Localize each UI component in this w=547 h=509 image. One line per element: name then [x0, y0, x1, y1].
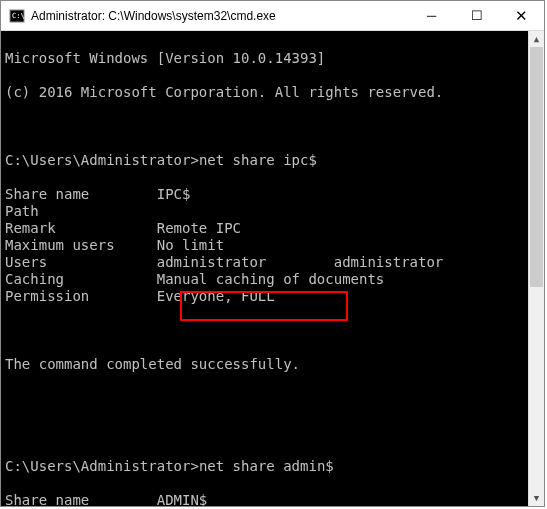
row-label: Remark: [5, 220, 157, 236]
output-row: Path: [5, 203, 540, 220]
row-label: Share name: [5, 492, 157, 506]
output-row: Maximum users No limit: [5, 237, 540, 254]
output-row: Share name ADMIN$: [5, 492, 540, 506]
output-row: Users administrator administrator: [5, 254, 540, 271]
svg-text:C:\: C:\: [12, 12, 25, 20]
scrollbar-thumb[interactable]: [530, 47, 543, 287]
titlebar[interactable]: C:\ Administrator: C:\Windows\system32\c…: [1, 1, 544, 31]
status-line: The command completed successfully.: [5, 356, 540, 373]
close-button[interactable]: ✕: [499, 1, 544, 30]
row-value: ADMIN$: [157, 492, 208, 506]
output-row: Caching Manual caching of documents: [5, 271, 540, 288]
row-label: Maximum users: [5, 237, 157, 253]
row-label: Path: [5, 203, 157, 219]
row-value: administrator administrator: [157, 254, 444, 270]
scroll-down-icon[interactable]: ▼: [529, 490, 544, 506]
row-value: IPC$: [157, 186, 191, 202]
output-row: Share name IPC$: [5, 186, 540, 203]
maximize-button[interactable]: ☐: [454, 1, 499, 30]
prompt: C:\Users\Administrator>: [5, 458, 199, 474]
window-title: Administrator: C:\Windows\system32\cmd.e…: [31, 9, 409, 23]
window-controls: ─ ☐ ✕: [409, 1, 544, 30]
output-row: Permission Everyone, FULL: [5, 288, 540, 305]
row-value: Manual caching of documents: [157, 271, 385, 287]
minimize-button[interactable]: ─: [409, 1, 454, 30]
row-label: Permission: [5, 288, 157, 304]
prompt: C:\Users\Administrator>: [5, 152, 199, 168]
cmd-icon: C:\: [9, 8, 25, 24]
row-label: Users: [5, 254, 157, 270]
output-row: Remark Remote IPC: [5, 220, 540, 237]
row-value: Remote IPC: [157, 220, 241, 236]
command-text: net share ipc$: [199, 152, 317, 168]
row-label: Caching: [5, 271, 157, 287]
cmd-window: C:\ Administrator: C:\Windows\system32\c…: [0, 0, 545, 507]
scrollbar[interactable]: ▲ ▼: [528, 31, 544, 506]
row-value: Everyone, FULL: [157, 288, 275, 304]
terminal-output[interactable]: Microsoft Windows [Version 10.0.14393] (…: [1, 31, 544, 506]
command-text: net share admin$: [199, 458, 334, 474]
scroll-up-icon[interactable]: ▲: [529, 31, 544, 47]
row-value: No limit: [157, 237, 224, 253]
version-line: Microsoft Windows [Version 10.0.14393]: [5, 50, 540, 67]
row-label: Share name: [5, 186, 157, 202]
copyright-line: (c) 2016 Microsoft Corporation. All righ…: [5, 84, 540, 101]
